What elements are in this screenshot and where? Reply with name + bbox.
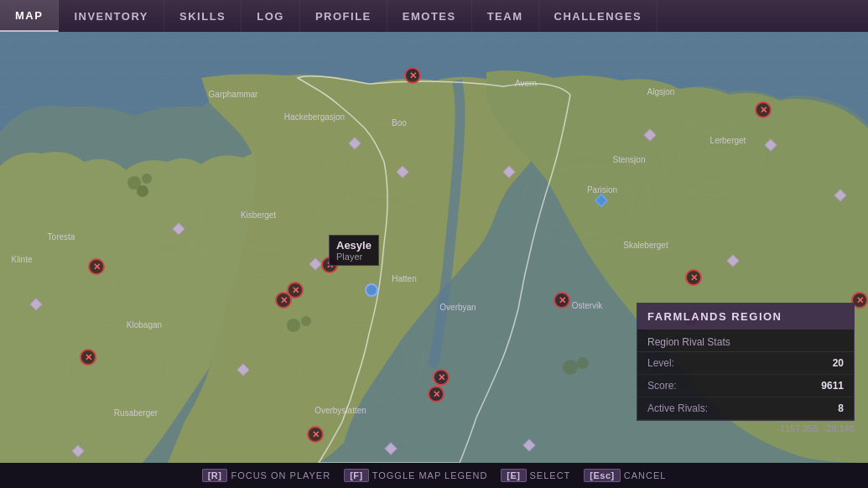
svg-text:Hackebergasjon: Hackebergasjon: [284, 112, 345, 122]
key-badge-esc: [Esc]: [584, 469, 620, 482]
svg-text:Ostervik: Ostervik: [572, 301, 604, 310]
svg-point-18: [142, 174, 152, 184]
svg-text:✕: ✕: [93, 262, 101, 272]
svg-text:✕: ✕: [438, 372, 445, 382]
bottom-bar: [R] FOCUS ON PLAYER [F] TOGGLE MAP LEGEN…: [0, 463, 868, 488]
stat-label-rivals: Active Rivals:: [647, 402, 708, 414]
svg-point-19: [137, 185, 148, 197]
stat-value-score: 9611: [821, 380, 844, 392]
svg-point-21: [301, 316, 311, 326]
svg-text:Kisberget: Kisberget: [241, 210, 276, 220]
stat-value-rivals: 8: [838, 402, 844, 414]
svg-text:✕: ✕: [433, 389, 440, 399]
svg-text:✕: ✕: [280, 295, 288, 305]
svg-text:Klinte: Klinte: [11, 255, 32, 264]
key-hint-toggle: [F] TOGGLE MAP LEGEND: [344, 469, 487, 482]
svg-point-23: [577, 357, 589, 369]
svg-text:Garphammar: Garphammar: [209, 90, 259, 99]
region-subtitle: Region Rival Stats: [637, 330, 854, 352]
stat-row-rivals: Active Rivals: 8: [637, 397, 854, 420]
svg-text:✕: ✕: [856, 295, 864, 305]
player-name: Aesyle: [336, 239, 372, 252]
stat-label-level: Level:: [647, 357, 674, 369]
nav-team[interactable]: TEAM: [472, 0, 539, 32]
nav-emotes[interactable]: EMOTES: [387, 0, 472, 32]
region-title: FARMLANDS REGION: [637, 304, 854, 330]
svg-text:Toresta: Toresta: [48, 232, 75, 241]
stat-value-level: 20: [833, 357, 844, 369]
svg-text:✕: ✕: [559, 295, 566, 305]
key-label-cancel: CANCEL: [624, 470, 667, 480]
key-badge-r: [R]: [202, 469, 228, 482]
key-label-toggle: TOGGLE MAP LEGEND: [372, 470, 488, 480]
svg-text:✕: ✕: [409, 70, 417, 80]
svg-text:Hatten: Hatten: [392, 274, 416, 283]
nav-bar: MAP INVENTORY SKILLS LOG PROFILE EMOTES …: [0, 0, 868, 32]
player-tooltip: Aesyle Player: [329, 235, 379, 266]
svg-text:✕: ✕: [85, 352, 92, 362]
svg-text:Algsjon: Algsjon: [647, 87, 675, 96]
nav-skills[interactable]: SKILLS: [164, 0, 242, 32]
stat-row-level: Level: 20: [637, 352, 854, 375]
nav-challenges[interactable]: CHALLENGES: [539, 0, 658, 32]
svg-text:Overbyslatten: Overbyslatten: [314, 406, 366, 415]
key-label-select: SELECT: [530, 470, 571, 480]
svg-text:Boo: Boo: [392, 118, 407, 127]
key-hint-focus: [R] FOCUS ON PLAYER: [202, 469, 331, 482]
svg-text:Avern: Avern: [515, 79, 537, 88]
svg-point-20: [287, 319, 300, 332]
svg-text:Parision: Parision: [587, 185, 617, 195]
key-label-focus: FOCUS ON PLAYER: [231, 470, 330, 480]
svg-text:Klobagan: Klobagan: [127, 320, 162, 330]
stat-row-score: Score: 9611: [637, 375, 854, 397]
svg-text:Overbyan: Overbyan: [439, 303, 476, 312]
stat-label-score: Score:: [647, 380, 677, 392]
svg-text:Rusaberger: Rusaberger: [114, 408, 159, 418]
svg-text:Lerberget: Lerberget: [710, 136, 746, 145]
svg-text:✕: ✕: [690, 273, 698, 283]
key-badge-e: [E]: [501, 469, 526, 482]
svg-text:Stensjon: Stensjon: [613, 155, 646, 164]
nav-profile[interactable]: PROFILE: [300, 0, 387, 32]
player-role: Player: [336, 252, 372, 262]
key-badge-f: [F]: [344, 469, 369, 482]
key-hint-select: [E] SELECT: [501, 469, 570, 482]
key-hint-cancel: [Esc] CANCEL: [584, 469, 666, 482]
svg-point-85: [366, 284, 377, 296]
region-panel: FARMLANDS REGION Region Rival Stats Leve…: [637, 303, 855, 421]
svg-text:Skaleberget: Skaleberget: [623, 241, 668, 250]
coordinates: -1157.355, -28.146: [777, 423, 855, 433]
map-area[interactable]: Garphammar Hackebergasjon Boo Avern Algs…: [0, 32, 868, 463]
svg-text:✕: ✕: [292, 285, 299, 295]
svg-point-22: [563, 360, 578, 375]
nav-map[interactable]: MAP: [0, 0, 59, 32]
nav-log[interactable]: LOG: [242, 0, 300, 32]
svg-text:✕: ✕: [312, 429, 320, 439]
nav-inventory[interactable]: INVENTORY: [59, 0, 164, 32]
svg-text:✕: ✕: [760, 105, 767, 115]
